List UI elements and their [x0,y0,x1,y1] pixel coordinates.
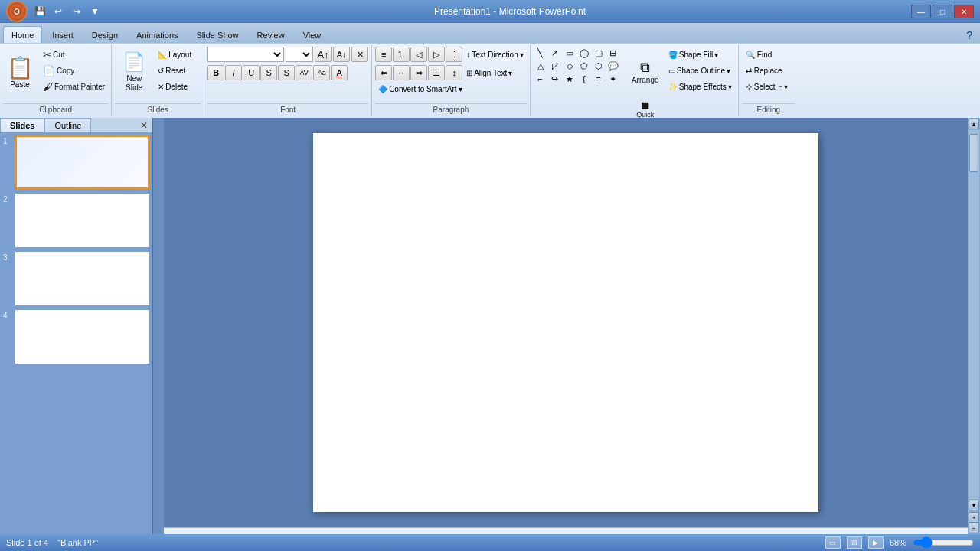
slide-thumb-2[interactable]: 2 [3,194,149,247]
maximize-btn[interactable]: □ [933,5,952,18]
shape-hex[interactable]: ⬡ [592,60,606,72]
office-button[interactable]: O [6,1,28,22]
font-name-dropdown[interactable] [207,47,284,62]
tab-review[interactable]: Review [249,26,293,43]
scroll-thumb[interactable] [969,134,978,172]
find-button[interactable]: 🔍Find [742,47,795,62]
reset-button[interactable]: ↺Reset [155,63,201,78]
delete-button[interactable]: ✕Delete [155,79,201,94]
align-right-btn[interactable]: ➡ [410,65,427,80]
copy-button[interactable]: 📄 Copy [40,63,108,78]
slide-canvas[interactable] [313,133,818,512]
slide-thumb-1[interactable]: 1 [3,135,149,189]
tab-animations[interactable]: Animations [128,26,186,43]
outline-tab[interactable]: Outline [44,118,91,132]
tab-slideshow[interactable]: Slide Show [188,26,247,43]
shape-rt-tri[interactable]: ◸ [548,60,562,72]
redo-btn[interactable]: ↪ [69,4,84,19]
font-color-btn[interactable]: A [331,65,348,80]
sidebar-close-btn[interactable]: ✕ [136,118,152,132]
new-slide-button[interactable]: 📄 New Slide [115,47,153,97]
slide-thumbnail-4[interactable] [15,310,149,364]
shape-bend-arrow[interactable]: ↪ [548,73,562,85]
shape-fill-btn[interactable]: 🪣Shape Fill▾ [665,47,735,62]
slide-thumb-4[interactable]: 4 [3,310,149,364]
qa-dropdown[interactable]: ▼ [87,4,103,19]
slide-thumbnail-2[interactable] [15,194,149,247]
minimize-btn[interactable]: — [911,5,931,18]
layout-button[interactable]: 📐Layout [155,47,201,62]
shape-more[interactable]: ⊞ [606,47,620,59]
shape-diamond[interactable]: ◇ [563,60,577,72]
slide-thumb-3[interactable]: 3 [3,252,149,305]
text-direction-btn[interactable]: ↕Text Direction▾ [463,47,527,62]
underline-btn[interactable]: U [243,65,260,80]
shape-callout[interactable]: 💬 [606,60,620,72]
zoom-in-btn[interactable]: + [969,512,979,523]
slide-sorter-btn[interactable]: ⊞ [847,536,862,549]
shape-sparkle[interactable]: ✦ [606,73,620,85]
shape-connector[interactable]: ⌐ [534,73,547,85]
shape-star[interactable]: ★ [563,73,577,85]
clear-format-btn[interactable]: ✕ [351,47,368,62]
slide-thumbnail-3[interactable] [15,252,149,305]
shape-effects-btn[interactable]: ✨Shape Effects▾ [665,79,735,94]
bullets-btn[interactable]: ≡ [375,47,392,62]
increase-indent-btn[interactable]: ▷ [428,47,445,62]
help-button[interactable]: ? [962,28,977,43]
bold-btn[interactable]: B [207,65,224,80]
columns-btn[interactable]: ⋮ [446,47,462,62]
zoom-out-btn[interactable]: − [969,523,979,533]
save-btn[interactable]: 💾 [32,4,47,19]
align-text-btn[interactable]: ⊞Align Text▾ [463,65,515,80]
notes-area[interactable]: Click to add notes [164,527,968,534]
cut-button[interactable]: ✂ Cut [40,47,108,62]
shape-tri[interactable]: △ [534,60,547,72]
shape-rect[interactable]: ▭ [563,47,577,59]
shape-eq[interactable]: = [592,73,606,85]
zoom-slider[interactable] [913,538,974,547]
shape-oval[interactable]: ◯ [577,47,591,59]
change-case-btn[interactable]: Aa [313,65,330,80]
shape-arrow[interactable]: ↗ [548,47,562,59]
slideshow-btn[interactable]: ▶ [868,536,884,549]
font-size-dropdown[interactable] [286,47,313,62]
slide-scrollbar[interactable]: ▲ ▼ + − [968,118,980,534]
replace-button[interactable]: ⇄Replace [742,63,795,78]
tab-insert[interactable]: Insert [44,26,82,43]
shape-pentagon[interactable]: ⬠ [577,60,591,72]
format-painter-button[interactable]: 🖌 Format Painter [40,79,108,94]
close-btn[interactable]: ✕ [954,5,974,18]
slide-thumbnail-1[interactable] [15,135,149,189]
shape-rounded-rect[interactable]: ▢ [592,47,606,59]
normal-view-btn[interactable]: ▭ [825,536,841,549]
line-spacing-btn[interactable]: ↕ [446,65,462,80]
select-button[interactable]: ⊹Select ~▾ [742,79,795,94]
scroll-up-btn[interactable]: ▲ [969,119,979,129]
grow-font-btn[interactable]: A↑ [315,47,332,62]
align-left-btn[interactable]: ⬅ [375,65,392,80]
slide-canvas-area[interactable] [164,118,968,527]
undo-btn[interactable]: ↩ [51,4,66,19]
shrink-font-btn[interactable]: A↓ [333,47,350,62]
tab-home[interactable]: Home [3,26,42,43]
shape-outline-btn[interactable]: ▭Shape Outline▾ [665,63,735,78]
convert-smartart-btn[interactable]: 🔷Convert to SmartArt▾ [375,83,465,95]
shadow-btn[interactable]: S [278,65,295,80]
scroll-down-btn[interactable]: ▼ [969,500,979,510]
center-btn[interactable]: ↔ [393,65,410,80]
italic-btn[interactable]: I [225,65,242,80]
numbering-btn[interactable]: 1. [393,47,410,62]
scroll-track[interactable] [969,130,979,499]
justify-btn[interactable]: ☰ [428,65,445,80]
shape-bracket[interactable]: { [577,73,591,85]
paste-button[interactable]: 📋 Paste [3,47,37,97]
tab-design[interactable]: Design [83,26,126,43]
slides-panel[interactable]: 1 2 3 4 [0,132,152,534]
arrange-button[interactable]: ⧉ Arrange [629,47,662,97]
tab-view[interactable]: View [295,26,330,43]
slides-tab[interactable]: Slides [0,118,44,132]
shape-line[interactable]: ╲ [534,47,547,59]
char-spacing-btn[interactable]: AV [296,65,312,80]
decrease-indent-btn[interactable]: ◁ [410,47,427,62]
